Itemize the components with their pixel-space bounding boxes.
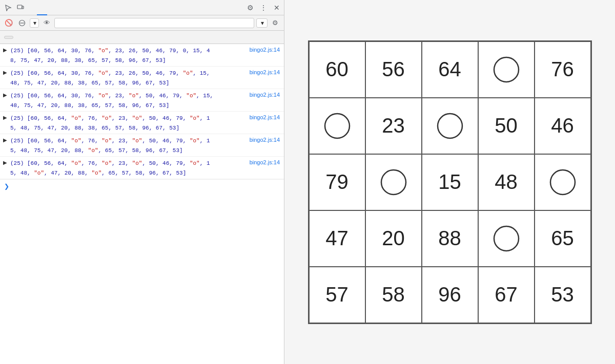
bingo-cell[interactable] xyxy=(309,98,365,154)
log-text: (25) [60, 56, 64, 30, 76, "o", 23, 26, 5… xyxy=(10,48,210,63)
prompt-icon: ❯ xyxy=(4,183,9,190)
bingo-cell[interactable]: 57 xyxy=(309,267,365,323)
source-link[interactable]: bingo2.js:14 xyxy=(250,46,280,54)
source-link[interactable]: bingo2.js:14 xyxy=(250,158,280,167)
svg-point-8 xyxy=(550,170,575,195)
clear-icon[interactable]: 🚫 xyxy=(3,17,14,29)
source-link[interactable]: bingo2.js:14 xyxy=(250,91,280,99)
bingo-cell[interactable]: 48 xyxy=(478,154,535,210)
circle-icon xyxy=(491,223,522,254)
bingo-cell[interactable] xyxy=(365,154,422,210)
eye-icon[interactable]: 👁 xyxy=(41,17,52,29)
source-link[interactable]: bingo2.js:14 xyxy=(250,113,280,122)
circle-icon xyxy=(322,111,353,141)
levels-arrow: ▾ xyxy=(261,19,264,27)
expand-arrow[interactable]: ▶ xyxy=(3,69,7,76)
source-link[interactable]: bingo2.js:14 xyxy=(250,136,280,144)
log-text: (25) [60, 56, 64, 30, 76, "o", 23, 26, 5… xyxy=(10,70,210,86)
log-text: (25) [60, 56, 64, 30, 76, "o", 23, "o", … xyxy=(10,93,213,109)
bingo-panel: 605664 76 23 504679 1548 472088 65575896… xyxy=(284,0,615,364)
close-icon[interactable]: ✕ xyxy=(272,3,282,13)
log-entry: ▶ bingo2.js:14 (25) [60, 56, 64, "o", 76… xyxy=(0,157,284,179)
cursor-icon[interactable] xyxy=(3,3,13,13)
device-icon[interactable] xyxy=(15,3,26,13)
context-arrow: ▾ xyxy=(33,19,36,27)
bingo-cell[interactable]: 65 xyxy=(535,210,591,267)
log-entry: ▶ bingo2.js:14 (25) [60, 56, 64, "o", 76… xyxy=(0,112,284,134)
bingo-cell[interactable] xyxy=(478,41,535,98)
bingo-cell[interactable]: 58 xyxy=(365,267,422,323)
block-icon[interactable] xyxy=(16,17,28,29)
bingo-cell[interactable]: 96 xyxy=(422,267,478,323)
tab-console[interactable] xyxy=(37,0,47,15)
bingo-cell[interactable]: 76 xyxy=(535,41,591,98)
devtools-panel: ⚙ ⋮ ✕ 🚫 ▾ 👁 ▾ ⚙ ▶ bingo2.js:14 xyxy=(0,0,284,364)
tab-sources[interactable] xyxy=(47,0,57,15)
expand-arrow[interactable]: ▶ xyxy=(3,136,7,144)
bingo-cell[interactable]: 23 xyxy=(365,98,422,154)
bingo-cell[interactable]: 15 xyxy=(422,154,478,210)
log-entry: ▶ bingo2.js:14 (25) [60, 56, 64, "o", 76… xyxy=(0,134,284,157)
expand-arrow[interactable]: ▶ xyxy=(3,46,7,54)
bingo-cell[interactable] xyxy=(535,154,591,210)
settings-icon[interactable]: ⚙ xyxy=(245,3,255,13)
circle-icon xyxy=(547,167,578,198)
tab-elements[interactable] xyxy=(27,0,37,15)
bingo-cell[interactable]: 56 xyxy=(365,41,422,98)
bingo-cell[interactable]: 53 xyxy=(535,267,591,323)
log-text: (25) [60, 56, 64, "o", 76, "o", 23, "o",… xyxy=(10,160,210,176)
context-selector[interactable]: ▾ xyxy=(30,18,39,28)
levels-selector[interactable]: ▾ xyxy=(256,18,268,28)
expand-arrow[interactable]: ▶ xyxy=(3,91,7,99)
circle-icon xyxy=(435,111,465,141)
tab-more[interactable] xyxy=(57,0,68,15)
svg-point-7 xyxy=(381,170,406,195)
bingo-cell[interactable]: 50 xyxy=(478,98,535,154)
bingo-cell[interactable]: 47 xyxy=(309,210,365,267)
bingo-cell[interactable]: 79 xyxy=(309,154,365,210)
svg-point-5 xyxy=(325,114,350,138)
svg-point-9 xyxy=(494,226,519,251)
settings-gear-icon[interactable]: ⚙ xyxy=(270,17,281,29)
bingo-cell[interactable]: 60 xyxy=(309,41,365,98)
log-text: (25) [60, 56, 64, "o", 76, "o", 23, "o",… xyxy=(10,115,210,131)
expand-arrow[interactable]: ▶ xyxy=(3,159,7,166)
devtools-toolbar: 🚫 ▾ 👁 ▾ ⚙ xyxy=(0,15,284,31)
circle-icon xyxy=(491,54,522,85)
devtools-issues-bar xyxy=(0,31,284,44)
svg-rect-0 xyxy=(17,5,22,9)
svg-point-4 xyxy=(494,57,519,82)
bingo-board: 605664 76 23 504679 1548 472088 65575896… xyxy=(308,40,592,324)
filter-input[interactable] xyxy=(54,18,254,28)
svg-point-6 xyxy=(438,114,462,138)
expand-arrow[interactable]: ▶ xyxy=(3,114,7,121)
more-options-icon[interactable]: ⋮ xyxy=(258,3,269,13)
console-prompt[interactable]: ❯ xyxy=(0,179,284,193)
log-entry: ▶ bingo2.js:14 (25) [60, 56, 64, 30, 76,… xyxy=(0,89,284,112)
log-entry: ▶ bingo2.js:14 (25) [60, 56, 64, 30, 76,… xyxy=(0,67,284,89)
log-entry: ▶ bingo2.js:14 (25) [60, 56, 64, 30, 76,… xyxy=(0,44,284,67)
bingo-cell[interactable] xyxy=(422,98,478,154)
no-issues-button[interactable] xyxy=(4,36,13,39)
bingo-cell[interactable]: 46 xyxy=(535,98,591,154)
log-text: (25) [60, 56, 64, "o", 76, "o", 23, "o",… xyxy=(10,138,210,154)
bingo-cell[interactable]: 20 xyxy=(365,210,422,267)
devtools-log[interactable]: ▶ bingo2.js:14 (25) [60, 56, 64, 30, 76,… xyxy=(0,44,284,364)
bingo-cell[interactable]: 67 xyxy=(478,267,535,323)
source-link[interactable]: bingo2.js:14 xyxy=(250,68,280,77)
bingo-cell[interactable] xyxy=(478,210,535,267)
circle-icon xyxy=(378,167,409,198)
svg-rect-1 xyxy=(22,6,24,9)
devtools-tab-bar: ⚙ ⋮ ✕ xyxy=(0,0,284,15)
bingo-cell[interactable]: 88 xyxy=(422,210,478,267)
bingo-cell[interactable]: 64 xyxy=(422,41,478,98)
